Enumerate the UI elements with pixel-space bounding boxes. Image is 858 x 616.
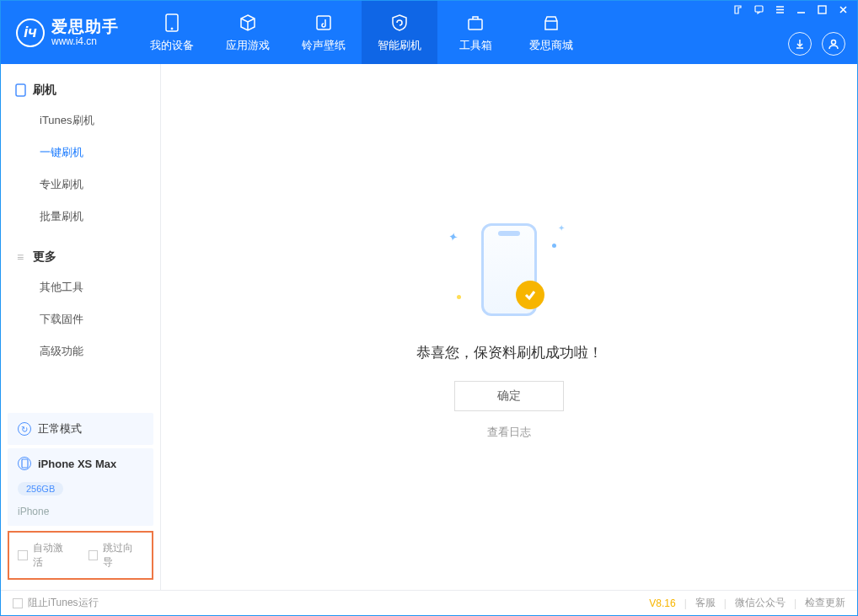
menu-icon[interactable]: [775, 4, 786, 18]
sidebar-group-more: ≡ 更多: [1, 243, 160, 271]
device-icon: [14, 84, 26, 96]
check-badge-icon: [516, 281, 544, 309]
sidebar: 刷机 iTunes刷机 一键刷机 专业刷机 批量刷机 ≡ 更多 其他工具 下载固…: [1, 64, 161, 590]
brand-text: 爱思助手 www.i4.cn: [51, 19, 119, 46]
list-icon: ≡: [14, 251, 26, 263]
svg-rect-5: [818, 6, 826, 13]
phone-small-icon: [18, 457, 31, 470]
sidebar-item-itunes-flash[interactable]: iTunes刷机: [1, 104, 160, 137]
svg-point-1: [171, 28, 173, 29]
sparkle-icon: ✦: [448, 229, 460, 244]
success-message: 恭喜您，保资料刷机成功啦！: [416, 343, 603, 362]
checkbox-label: 跳过向导: [103, 541, 143, 570]
tab-flash[interactable]: 智能刷机: [362, 1, 437, 64]
sidebar-item-pro-flash[interactable]: 专业刷机: [1, 169, 160, 201]
maximize-button[interactable]: [817, 4, 828, 18]
cube-icon: [238, 13, 258, 33]
sync-icon: ↻: [18, 422, 31, 436]
sidebar-item-batch-flash[interactable]: 批量刷机: [1, 201, 160, 233]
checkbox-label: 阻止iTunes运行: [28, 596, 99, 610]
footer-link-check-update[interactable]: 检查更新: [805, 596, 845, 610]
checkbox-auto-activate[interactable]: 自动激活: [18, 541, 73, 570]
close-button[interactable]: [838, 4, 849, 18]
theme-icon[interactable]: [732, 4, 743, 18]
status-bar: 阻止iTunes运行 V8.16 | 客服 | 微信公众号 | 检查更新: [1, 590, 857, 615]
mode-card[interactable]: ↻ 正常模式: [8, 413, 153, 445]
app-header: iч 爱思助手 www.i4.cn 我的设备 应用游戏 铃声壁纸 智能刷机: [1, 1, 857, 64]
ok-button[interactable]: 确定: [454, 381, 564, 411]
sidebar-item-download-firmware[interactable]: 下载固件: [1, 303, 160, 335]
footer-link-wechat[interactable]: 微信公众号: [735, 596, 786, 610]
device-name: iPhone XS Max: [38, 458, 116, 470]
tab-ringtone[interactable]: 铃声壁纸: [286, 1, 362, 64]
device-card[interactable]: iPhone XS Max 256GB iPhone: [8, 448, 153, 526]
sidebar-bottom: ↻ 正常模式 iPhone XS Max 256GB iPhone 自动激活: [1, 408, 160, 590]
svg-rect-7: [16, 84, 25, 96]
checkbox-block-itunes[interactable]: 阻止iTunes运行: [13, 596, 99, 610]
tab-label: 铃声壁纸: [302, 38, 346, 53]
tab-label: 工具箱: [459, 38, 492, 53]
device-type: iPhone: [18, 506, 49, 517]
brand-title: 爱思助手: [51, 19, 119, 35]
checkbox-skip-guide[interactable]: 跳过向导: [88, 541, 144, 570]
version-label: V8.16: [649, 597, 675, 609]
feedback-icon[interactable]: [753, 4, 764, 18]
tab-label: 智能刷机: [378, 38, 421, 53]
brand-logo-icon: iч: [16, 19, 45, 47]
group-title: 更多: [33, 249, 56, 265]
sidebar-group-flash: 刷机: [1, 76, 160, 104]
svg-rect-8: [22, 459, 28, 468]
download-button[interactable]: [788, 32, 812, 56]
checkbox-icon: [13, 598, 23, 608]
sidebar-item-one-click-flash[interactable]: 一键刷机: [1, 137, 160, 169]
device-capacity-badge: 256GB: [18, 482, 63, 495]
brand-block: iч 爱思助手 www.i4.cn: [1, 1, 134, 64]
brand-subtitle: www.i4.cn: [51, 36, 119, 46]
mode-label: 正常模式: [38, 421, 82, 437]
app-body: 刷机 iTunes刷机 一键刷机 专业刷机 批量刷机 ≡ 更多 其他工具 下载固…: [1, 64, 857, 590]
tab-apps[interactable]: 应用游戏: [210, 1, 286, 64]
main-content: ✦ ✦ 恭喜您，保资料刷机成功啦！ 确定 查看日志: [161, 64, 857, 590]
header-right-buttons: [788, 32, 845, 56]
minimize-button[interactable]: [796, 4, 807, 18]
account-button[interactable]: [822, 32, 845, 56]
tab-toolbox[interactable]: 工具箱: [437, 1, 513, 64]
dot-icon: [552, 244, 556, 248]
checkbox-icon: [88, 550, 99, 560]
shield-sync-icon: [389, 13, 410, 33]
bottom-options-highlight: 自动激活 跳过向导: [8, 531, 153, 580]
tab-label: 应用游戏: [226, 38, 270, 53]
tab-label: 爱思商城: [529, 38, 573, 53]
svg-point-6: [832, 40, 836, 45]
primary-tabs: 我的设备 应用游戏 铃声壁纸 智能刷机 工具箱 爱思商城: [134, 1, 589, 64]
sidebar-scroll: 刷机 iTunes刷机 一键刷机 专业刷机 批量刷机 ≡ 更多 其他工具 下载固…: [1, 64, 160, 408]
tab-label: 我的设备: [150, 38, 194, 53]
tab-mall[interactable]: 爱思商城: [513, 1, 589, 64]
window-controls: [732, 4, 849, 18]
checkbox-icon: [18, 550, 28, 560]
phone-icon: [162, 13, 182, 33]
tab-device[interactable]: 我的设备: [134, 1, 210, 64]
shop-icon: [541, 13, 561, 33]
svg-rect-3: [469, 19, 482, 29]
group-title: 刷机: [33, 83, 56, 98]
sparkle-icon: ✦: [558, 223, 565, 233]
music-folder-icon: [314, 13, 334, 33]
dot-icon: [457, 295, 461, 299]
sidebar-item-advanced[interactable]: 高级功能: [1, 335, 160, 367]
footer-link-support[interactable]: 客服: [695, 596, 716, 610]
sidebar-item-other-tools[interactable]: 其他工具: [1, 271, 160, 303]
briefcase-icon: [465, 13, 485, 33]
checkbox-label: 自动激活: [33, 541, 73, 570]
success-illustration: ✦ ✦: [433, 215, 585, 324]
view-log-link[interactable]: 查看日志: [487, 425, 531, 440]
svg-rect-4: [755, 6, 763, 12]
